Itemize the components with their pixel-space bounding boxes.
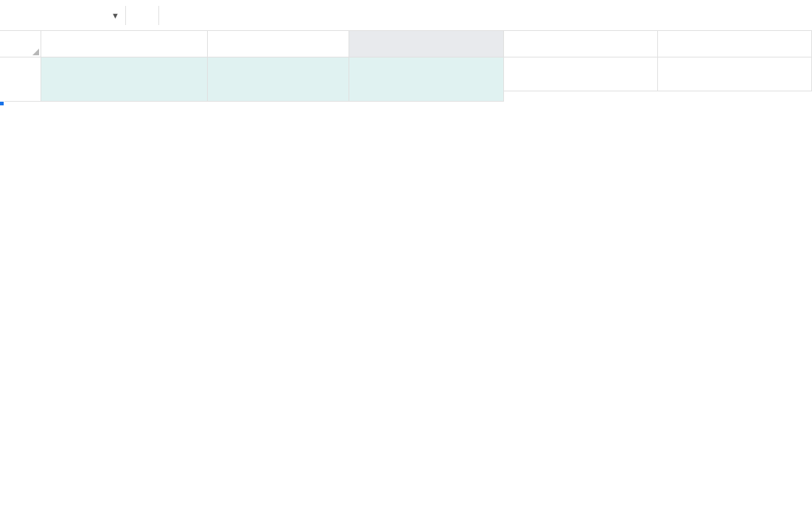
select-all-corner[interactable] [0,31,41,57]
v-divider [125,6,126,25]
col-header-B[interactable] [208,31,349,57]
cell-B1[interactable] [208,57,349,102]
cell-D1[interactable] [504,57,658,91]
fill-handle[interactable] [0,101,4,106]
chevron-down-icon[interactable]: ▼ [111,11,119,20]
row-1 [0,57,812,102]
formula-input[interactable] [159,0,812,30]
spreadsheet-grid[interactable] [0,31,812,102]
row-header-1[interactable] [0,57,41,102]
cell-selection-outline [0,102,3,105]
cell-A1[interactable] [41,57,208,102]
formula-bar: ▼ [0,0,812,31]
cell-C1[interactable] [349,57,504,102]
cell-E1[interactable] [658,57,812,91]
col-header-E[interactable] [658,31,812,57]
col-header-A[interactable] [41,31,208,57]
col-header-C[interactable] [349,31,504,57]
name-box[interactable]: ▼ [0,0,125,30]
col-header-D[interactable] [504,31,658,57]
column-header-row [0,31,812,57]
